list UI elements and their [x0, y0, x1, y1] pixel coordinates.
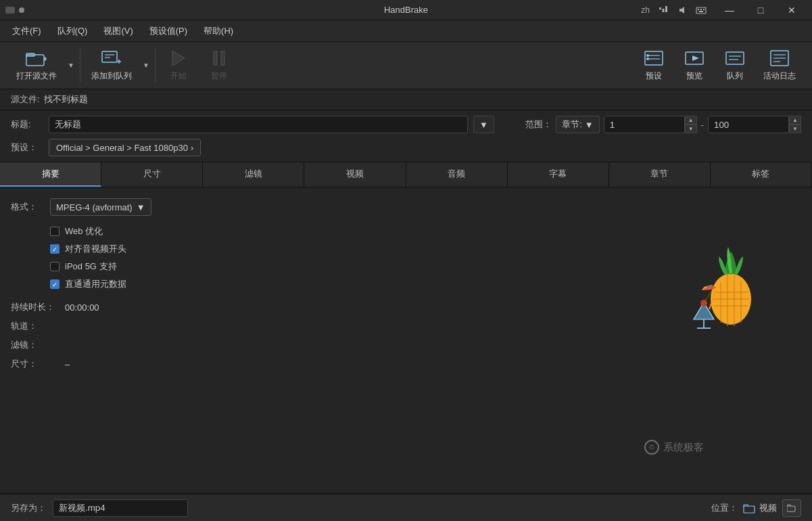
pause-button[interactable]: 暂停: [199, 45, 239, 86]
format-select[interactable]: MPEG-4 (avformat) ▼: [50, 198, 151, 216]
svg-marker-3: [679, 7, 684, 14]
title-bar-right: zh — □ ✕: [641, 0, 807, 20]
tab-tags[interactable]: 标签: [711, 162, 812, 187]
range-start-down[interactable]: ▼: [685, 124, 697, 133]
svg-rect-6: [700, 9, 702, 10]
dimensions-row: 尺寸： –: [11, 358, 801, 370]
toolbar-add-group: 添加到队列 ▼: [83, 42, 152, 89]
location-label: 位置：: [711, 502, 738, 514]
dimensions-value: –: [65, 359, 70, 369]
activity-log-button[interactable]: 活动日志: [755, 45, 804, 86]
minimize-button[interactable]: —: [715, 0, 744, 20]
dimensions-label: 尺寸：: [11, 358, 59, 370]
title-dropdown[interactable]: ▼: [473, 116, 494, 133]
tab-filters[interactable]: 滤镜: [203, 162, 304, 187]
browse-folder-button[interactable]: [782, 499, 801, 517]
start-label: 开始: [170, 70, 187, 82]
source-row: 源文件: 找不到标题: [0, 89, 812, 110]
add-to-queue-button[interactable]: 添加到队列: [83, 45, 140, 86]
range-label: 范围：: [525, 118, 552, 131]
maximize-button[interactable]: □: [746, 0, 775, 20]
preset-label: 预设：: [11, 141, 43, 154]
checkbox-ipod-label[interactable]: iPod 5G 支持: [65, 260, 117, 273]
tab-dimensions[interactable]: 尺寸: [101, 162, 203, 187]
menu-queue[interactable]: 队列(Q): [51, 22, 95, 40]
presets-icon: [643, 49, 665, 68]
svg-marker-27: [692, 55, 699, 61]
location-value: 视频: [759, 502, 777, 514]
preview-label: 预览: [686, 70, 702, 82]
duration-label: 持续时长：: [11, 301, 59, 313]
svg-rect-5: [698, 9, 699, 10]
checkbox-align[interactable]: ✓: [50, 244, 59, 254]
format-value: MPEG-4 (avformat): [56, 202, 133, 212]
tracks-label: 轨道：: [11, 320, 59, 332]
add-to-queue-icon: [101, 49, 122, 68]
checkbox-ipod[interactable]: [50, 262, 59, 271]
watermark: © 系统极客: [644, 440, 704, 455]
range-type-dropdown[interactable]: 章节: ▼: [556, 116, 600, 133]
range-end-input[interactable]: [708, 116, 789, 133]
add-to-queue-dropdown[interactable]: ▼: [140, 58, 152, 73]
svg-rect-0: [659, 7, 661, 9]
menu-view[interactable]: 视图(V): [97, 22, 139, 40]
duration-value: 00:00:00: [65, 302, 99, 313]
checkbox-align-label[interactable]: 对齐音视频开头: [65, 243, 126, 255]
start-button[interactable]: 开始: [158, 45, 199, 86]
tab-subtitles[interactable]: 字幕: [508, 162, 609, 187]
queue-button[interactable]: 队列: [715, 45, 755, 86]
range-type-arrow: ▼: [585, 120, 594, 130]
tab-audio[interactable]: 音频: [406, 162, 508, 187]
preset-row: 预设： Official > General > Fast 1080p30 ›: [11, 139, 801, 156]
tab-chapters[interactable]: 章节: [609, 162, 711, 187]
network-icon: [658, 5, 669, 16]
svg-marker-18: [172, 51, 185, 66]
format-arrow: ▼: [137, 202, 145, 212]
svg-rect-49: [744, 506, 755, 513]
range-end-down[interactable]: ▼: [789, 124, 801, 133]
open-source-button[interactable]: 打开源文件: [8, 45, 65, 86]
tab-summary[interactable]: 摘要: [0, 162, 101, 187]
range-type-label: 章节:: [562, 118, 582, 131]
window-controls[interactable]: — □ ✕: [715, 0, 807, 20]
preview-icon: [684, 49, 705, 68]
svg-rect-19: [214, 51, 217, 65]
range-end-up[interactable]: ▲: [789, 116, 801, 124]
menu-help[interactable]: 帮助(H): [197, 22, 240, 40]
checkbox-web[interactable]: [50, 227, 59, 236]
keyboard-icon: [696, 5, 707, 16]
toolbar: 打开源文件 ▼ 添加到队列 ▼ 开始 暂停 预设: [0, 42, 812, 89]
preset-select-button[interactable]: Official > General > Fast 1080p30 ›: [49, 139, 201, 156]
menu-file[interactable]: 文件(F): [5, 22, 48, 40]
range-start-stepper: ▲ ▼: [685, 116, 697, 133]
checkbox-passthru-check: ✓: [52, 281, 57, 288]
title-input[interactable]: [49, 116, 468, 133]
checkbox-passthru-label[interactable]: 直通通用元数据: [65, 278, 126, 290]
watermark-icon: ©: [644, 440, 659, 455]
save-filename-input[interactable]: [53, 499, 188, 517]
sys-info: zh: [641, 5, 650, 15]
presets-label: 预设: [646, 70, 662, 82]
title-form-row: 标题: ▼ 范围： 章节: ▼ ▲ ▼ - ▲ ▼: [11, 116, 801, 133]
toolbar-sep-1: [80, 49, 80, 83]
range-start-up[interactable]: ▲: [685, 116, 697, 124]
tab-video[interactable]: 视频: [304, 162, 406, 187]
svg-rect-7: [703, 9, 704, 10]
checkbox-web-label[interactable]: Web 优化: [65, 225, 103, 237]
checkbox-align-check: ✓: [52, 246, 57, 253]
open-source-icon: [26, 49, 47, 68]
pause-label: 暂停: [211, 70, 227, 82]
checkbox-passthru[interactable]: ✓: [50, 279, 59, 289]
menu-presets[interactable]: 预设值(P): [143, 22, 194, 40]
presets-button[interactable]: 预设: [634, 45, 674, 86]
source-label: 源文件:: [11, 93, 40, 106]
toolbar-open-group: 打开源文件 ▼: [8, 42, 77, 89]
title-bar: HandBrake zh — □ ✕: [0, 0, 812, 20]
watermark-text: 系统极客: [663, 441, 704, 454]
range-start-input[interactable]: [604, 116, 685, 133]
preview-button[interactable]: 预览: [674, 45, 715, 86]
open-source-dropdown[interactable]: ▼: [65, 58, 77, 73]
svg-rect-50: [787, 506, 795, 512]
volume-icon: [677, 5, 688, 16]
close-button[interactable]: ✕: [777, 0, 807, 20]
